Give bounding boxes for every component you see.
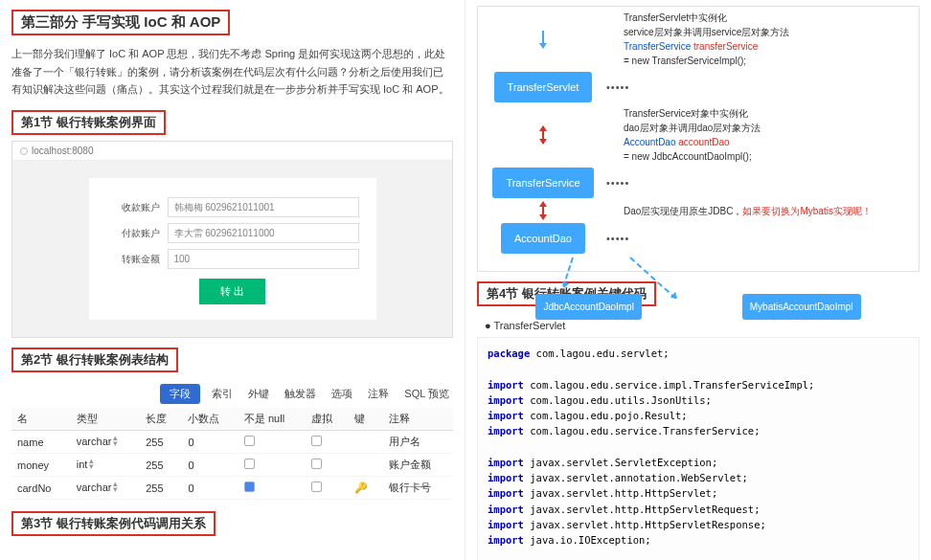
cell-notnull	[238, 477, 306, 500]
tab-fk[interactable]: 外键	[244, 384, 273, 404]
cell-notnull	[238, 454, 306, 477]
intro-paragraph: 上一部分我们理解了 IoC 和 AOP 思想，我们先不考虑 Spring 是如何…	[11, 45, 453, 99]
db-schema-table: 名 类型 长度 小数点 不是 null 虚拟 键 注释 name varchar…	[11, 408, 453, 500]
cell-comment: 账户金额	[383, 454, 453, 477]
cell-type: varchar▴▾	[71, 431, 140, 454]
checkbox-icon[interactable]	[244, 459, 255, 469]
heading-sec2: 第2节 银行转账案例表结构	[11, 347, 178, 372]
cell-len: 255	[140, 477, 182, 500]
cell-virtual	[306, 431, 348, 454]
tab-index[interactable]: 索引	[208, 384, 237, 404]
table-row[interactable]: cardNo varchar▴▾ 255 0 🔑 银行卡号	[11, 477, 453, 500]
cell-name: money	[11, 454, 71, 477]
diagram-text: TransferServlet中实例化 service层对象并调用service…	[624, 11, 789, 68]
cell-notnull	[238, 431, 306, 454]
col-notnull: 不是 null	[238, 408, 306, 431]
col-key: 键	[349, 408, 383, 431]
table-row[interactable]: name varchar▴▾ 255 0 用户名	[11, 431, 453, 454]
cell-comment: 用户名	[383, 431, 453, 454]
sort-icon: ▴▾	[89, 459, 94, 469]
diagram-text: TransferService对象中实例化 dao层对象并调用dao层对象方法 …	[624, 106, 761, 164]
diagram-text: Dao层实现使用原生JDBC，如果要切换为Mybatis实现呢！	[624, 204, 872, 218]
dashed-arrows	[486, 258, 911, 292]
tab-fields[interactable]: 字段	[160, 384, 200, 404]
heading-sec3: 第3节 银行转账案例代码调用关系	[11, 511, 216, 536]
box-mybatis-impl: MybatisAccountDaoImpl	[742, 294, 861, 320]
sort-icon: ▴▾	[113, 482, 118, 492]
cell-name: cardNo	[11, 477, 71, 500]
box-dao: AccountDao	[501, 223, 585, 254]
tab-sqlpreview[interactable]: SQL 预览	[400, 384, 453, 404]
col-name: 名	[11, 408, 71, 431]
input-amount[interactable]	[168, 249, 359, 269]
cell-virtual	[306, 477, 348, 500]
label-from: 收款账户	[106, 201, 160, 214]
col-type: 类型	[71, 408, 140, 431]
checkbox-icon[interactable]	[311, 459, 322, 469]
cell-len: 255	[140, 454, 182, 477]
heading-part3: 第三部分 手写实现 IoC 和 AOP	[11, 10, 230, 35]
cell-type: int▴▾	[71, 454, 140, 477]
cell-type: varchar▴▾	[71, 477, 140, 500]
dots-icon: •••••	[606, 81, 629, 93]
db-tabs: 字段 索引 外键 触发器 选项 注释 SQL 预览	[11, 384, 453, 404]
col-comment: 注释	[383, 408, 453, 431]
tab-options[interactable]: 选项	[328, 384, 356, 404]
cell-key	[349, 431, 383, 454]
call-diagram: TransferServlet中实例化 service层对象并调用service…	[477, 6, 920, 272]
browser-mock: localhost:8080 收款账户 付款账户 转账金额	[11, 141, 453, 338]
heading-sec1: 第1节 银行转账案例界面	[11, 110, 166, 135]
box-service: TransferService	[492, 168, 593, 198]
dots-icon: •••••	[606, 233, 629, 244]
cell-key	[349, 454, 383, 477]
key-icon: 🔑	[354, 482, 368, 493]
browser-url: localhost:8080	[32, 146, 94, 156]
transfer-button[interactable]: 转 出	[199, 279, 265, 304]
tab-trigger[interactable]: 触发器	[281, 384, 320, 404]
box-jdbc-impl: JdbcAccountDaoImpl	[535, 294, 642, 320]
label-amount: 转账金额	[106, 253, 160, 266]
sort-icon: ▴▾	[113, 436, 118, 446]
cell-comment: 银行卡号	[383, 477, 453, 500]
reload-icon	[20, 147, 28, 155]
col-virtual: 虚拟	[306, 408, 348, 431]
browser-toolbar: localhost:8080	[12, 142, 452, 161]
input-from[interactable]	[168, 197, 359, 217]
cell-dec: 0	[182, 454, 238, 477]
input-to[interactable]	[168, 223, 359, 243]
tab-comment[interactable]: 注释	[364, 384, 393, 404]
cell-len: 255	[140, 431, 182, 454]
checkbox-checked-icon[interactable]	[244, 482, 255, 492]
code-block: package com.lagou.edu.servlet; import co…	[477, 337, 920, 560]
checkbox-icon[interactable]	[244, 436, 255, 446]
dots-icon: •••••	[606, 177, 629, 189]
cell-key: 🔑	[349, 477, 383, 500]
col-dec: 小数点	[182, 408, 238, 431]
cell-name: name	[11, 431, 71, 454]
table-row[interactable]: money int▴▾ 255 0 账户金额	[11, 454, 453, 477]
checkbox-icon[interactable]	[311, 436, 322, 446]
transfer-form: 收款账户 付款账户 转账金额 转 出	[89, 178, 376, 320]
box-servlet: TransferServlet	[494, 72, 593, 102]
cell-dec: 0	[182, 477, 238, 500]
cell-virtual	[306, 454, 348, 477]
bullet-transferservlet: TransferServlet	[485, 320, 920, 331]
cell-dec: 0	[182, 431, 238, 454]
checkbox-icon[interactable]	[311, 482, 322, 492]
col-len: 长度	[140, 408, 182, 431]
label-to: 付款账户	[106, 227, 160, 240]
